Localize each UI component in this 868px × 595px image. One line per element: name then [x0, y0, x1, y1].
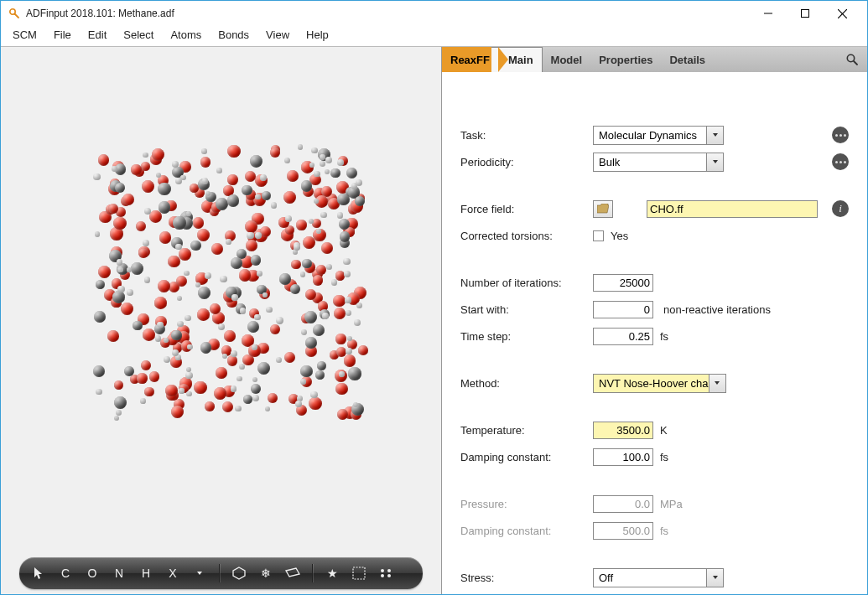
- corrected-label: Corrected torsions:: [460, 230, 588, 242]
- iterations-input[interactable]: [593, 274, 653, 292]
- task-label: Task:: [460, 129, 588, 142]
- engine-tab[interactable]: ReaxFF: [442, 47, 498, 72]
- temperature-unit: K: [660, 424, 668, 437]
- menu-help[interactable]: Help: [299, 27, 335, 43]
- menu-scm[interactable]: SCM: [6, 27, 44, 43]
- svg-marker-6: [233, 567, 245, 579]
- window-title: ADFinput 2018.101: Methane.adf: [26, 8, 750, 19]
- panel-search-button[interactable]: [837, 47, 867, 72]
- task-select[interactable]: Molecular Dynamics: [593, 126, 724, 145]
- viewport-toolbar: C O N H X ❄ ★: [19, 557, 423, 589]
- molecule-viewport[interactable]: [1, 47, 441, 552]
- timestep-input[interactable]: [593, 328, 653, 345]
- element-h-tool[interactable]: H: [138, 567, 153, 580]
- svg-point-11: [387, 574, 391, 577]
- method-label: Method:: [460, 377, 588, 390]
- temperature-input[interactable]: [593, 422, 653, 439]
- menu-atoms[interactable]: Atoms: [164, 27, 208, 43]
- star-tool[interactable]: ★: [325, 567, 340, 580]
- svg-point-9: [387, 569, 391, 572]
- tab-details[interactable]: Details: [661, 47, 714, 72]
- element-dropdown[interactable]: [192, 570, 207, 577]
- svg-line-1: [15, 14, 19, 18]
- grid-tool[interactable]: [378, 567, 393, 579]
- timestep-label: Time step:: [460, 330, 588, 343]
- periodic-view-tool[interactable]: [351, 567, 366, 580]
- settings-panel: ReaxFF Main Model Properties Details Tas…: [442, 47, 867, 594]
- minimize-button[interactable]: [750, 2, 787, 25]
- corrected-checkbox[interactable]: [593, 230, 604, 241]
- titlebar: ADFinput 2018.101: Methane.adf: [1, 1, 867, 26]
- forcefield-label: Force field:: [460, 203, 588, 215]
- startwith-label: Start with:: [460, 303, 588, 316]
- damping1-unit: fs: [660, 451, 668, 463]
- method-value: NVT Nose-Hoover cha: [599, 377, 709, 390]
- menu-file[interactable]: File: [47, 27, 78, 43]
- element-o-tool[interactable]: O: [85, 567, 100, 580]
- forcefield-input[interactable]: [647, 200, 818, 218]
- chevron-down-icon: [706, 569, 723, 587]
- pointer-tool[interactable]: [31, 567, 46, 579]
- svg-point-10: [381, 574, 384, 577]
- element-x-tool[interactable]: X: [165, 567, 180, 580]
- chevron-down-icon: [709, 375, 725, 392]
- svg-rect-3: [802, 10, 809, 18]
- maximize-button[interactable]: [787, 2, 824, 25]
- stress-value: Off: [599, 572, 613, 584]
- startwith-input[interactable]: [593, 301, 653, 318]
- method-select[interactable]: NVT Nose-Hoover cha: [593, 374, 726, 393]
- svg-line-13: [854, 61, 857, 65]
- preoptimize-tool[interactable]: ❄: [258, 567, 273, 580]
- element-n-tool[interactable]: N: [112, 567, 127, 580]
- pressure-unit: MPa: [660, 498, 683, 510]
- chevron-down-icon: [706, 127, 723, 144]
- pressure-input: [593, 495, 653, 513]
- menubar: SCM File Edit Select Atoms Bonds View He…: [1, 26, 867, 46]
- chevron-down-icon: [706, 153, 723, 171]
- tab-properties[interactable]: Properties: [590, 47, 661, 72]
- periodicity-more-button[interactable]: [832, 153, 849, 170]
- damping1-label: Damping constant:: [460, 451, 588, 463]
- tabbar: ReaxFF Main Model Properties Details: [442, 47, 867, 72]
- periodicity-label: Periodicity:: [460, 156, 588, 168]
- element-c-tool[interactable]: C: [58, 567, 73, 580]
- menu-select[interactable]: Select: [117, 27, 160, 43]
- menu-view[interactable]: View: [259, 27, 296, 43]
- molecule-viewport-panel: C O N H X ❄ ★: [1, 47, 442, 594]
- svg-rect-7: [353, 567, 365, 579]
- task-more-button[interactable]: [832, 127, 849, 143]
- app-icon: [8, 7, 21, 20]
- damping2-unit: fs: [660, 525, 668, 537]
- structure-tool[interactable]: [231, 567, 247, 580]
- task-value: Molecular Dynamics: [599, 129, 697, 142]
- periodicity-select[interactable]: Bulk: [593, 153, 724, 172]
- iterations-label: Number of iterations:: [460, 277, 588, 289]
- damping2-input: [593, 522, 653, 540]
- slab-tool[interactable]: [285, 567, 300, 579]
- damping1-input[interactable]: [593, 448, 653, 466]
- pressure-label: Pressure:: [460, 498, 588, 510]
- svg-point-8: [381, 569, 384, 572]
- timestep-unit: fs: [660, 330, 668, 343]
- stress-label: Stress:: [460, 572, 588, 584]
- stress-select[interactable]: Off: [593, 568, 724, 587]
- periodicity-value: Bulk: [599, 156, 620, 168]
- temperature-label: Temperature:: [460, 424, 588, 437]
- forcefield-info-button[interactable]: i: [832, 200, 849, 217]
- menu-bonds[interactable]: Bonds: [211, 27, 256, 43]
- forcefield-browse-button[interactable]: [593, 200, 613, 218]
- damping2-label: Damping constant:: [460, 525, 588, 537]
- tab-model[interactable]: Model: [543, 47, 591, 72]
- menu-edit[interactable]: Edit: [81, 27, 113, 43]
- corrected-option: Yes: [611, 230, 628, 242]
- startwith-suffix: non-reactive iterations: [663, 303, 771, 316]
- close-button[interactable]: [824, 2, 860, 25]
